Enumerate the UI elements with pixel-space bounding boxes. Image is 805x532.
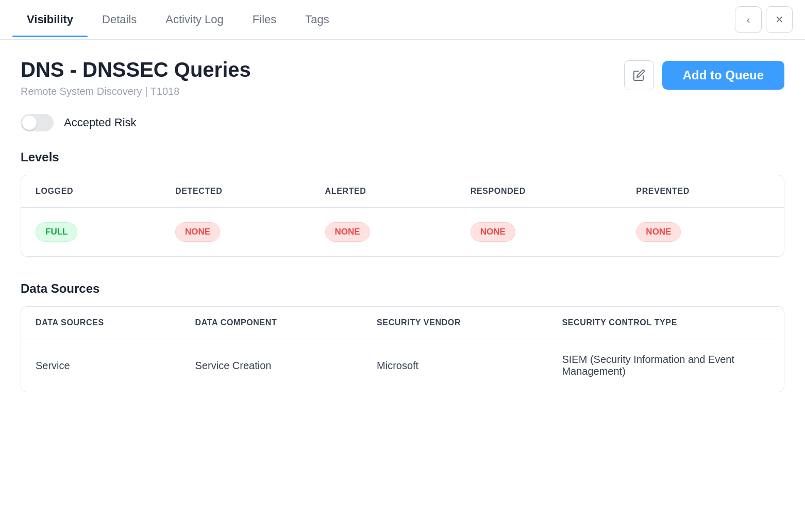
badge-none-responded: NONE bbox=[471, 222, 515, 242]
tab-bar-actions: ‹ ✕ bbox=[735, 0, 793, 39]
ds-col-security-vendor: SECURITY VENDOR bbox=[362, 307, 547, 339]
page-subtitle: Remote System Discovery | T1018 bbox=[21, 86, 251, 97]
tab-details[interactable]: Details bbox=[88, 3, 151, 37]
close-button[interactable]: ✕ bbox=[766, 6, 793, 33]
edit-button[interactable] bbox=[624, 60, 654, 90]
levels-section-title: Levels bbox=[21, 150, 784, 164]
data-sources-table-wrapper: DATA SOURCES DATA COMPONENT SECURITY VEN… bbox=[21, 306, 784, 392]
levels-cell-responded: NONE bbox=[456, 208, 622, 257]
levels-cell-prevented: NONE bbox=[622, 208, 784, 257]
table-row: Service Service Creation Microsoft SIEM … bbox=[21, 339, 784, 392]
tab-bar: Visibility Details Activity Log Files Ta… bbox=[0, 0, 805, 40]
levels-table-wrapper: LOGGED DETECTED ALERTED RESPONDED PREVEN… bbox=[21, 175, 784, 257]
badge-full: FULL bbox=[36, 222, 77, 242]
ds-cell-control-type: SIEM (Security Information and Event Man… bbox=[547, 339, 784, 392]
badge-none-detected: NONE bbox=[175, 222, 220, 242]
levels-row: FULL NONE NONE NONE NONE bbox=[21, 208, 784, 257]
tab-activity-log[interactable]: Activity Log bbox=[151, 3, 238, 37]
tab-tags[interactable]: Tags bbox=[291, 3, 343, 37]
levels-col-detected: DETECTED bbox=[161, 175, 311, 208]
main-content: DNS - DNSSEC Queries Remote System Disco… bbox=[0, 40, 805, 436]
levels-table: LOGGED DETECTED ALERTED RESPONDED PREVEN… bbox=[21, 175, 784, 256]
ds-cell-component: Service Creation bbox=[181, 339, 362, 392]
tab-files[interactable]: Files bbox=[238, 3, 291, 37]
tab-visibility[interactable]: Visibility bbox=[12, 3, 88, 37]
levels-cell-detected: NONE bbox=[161, 208, 311, 257]
data-sources-section-title: Data Sources bbox=[21, 281, 784, 296]
levels-cell-alerted: NONE bbox=[311, 208, 456, 257]
toggle-thumb bbox=[22, 115, 37, 130]
badge-none-prevented: NONE bbox=[636, 222, 681, 242]
header-row: DNS - DNSSEC Queries Remote System Disco… bbox=[21, 58, 784, 97]
accepted-risk-row: Accepted Risk bbox=[21, 114, 784, 131]
levels-col-alerted: ALERTED bbox=[311, 175, 456, 208]
ds-col-data-sources: DATA SOURCES bbox=[21, 307, 181, 339]
page-title: DNS - DNSSEC Queries bbox=[21, 58, 251, 81]
data-sources-table: DATA SOURCES DATA COMPONENT SECURITY VEN… bbox=[21, 307, 784, 392]
levels-col-prevented: PREVENTED bbox=[622, 175, 784, 208]
levels-col-responded: RESPONDED bbox=[456, 175, 622, 208]
edit-icon bbox=[633, 69, 645, 81]
ds-cell-source: Service bbox=[21, 339, 181, 392]
levels-cell-logged: FULL bbox=[21, 208, 161, 257]
header-actions: Add to Queue bbox=[624, 60, 784, 90]
back-button[interactable]: ‹ bbox=[735, 6, 762, 33]
ds-col-security-control-type: SECURITY CONTROL TYPE bbox=[547, 307, 784, 339]
title-block: DNS - DNSSEC Queries Remote System Disco… bbox=[21, 58, 251, 97]
accepted-risk-toggle[interactable] bbox=[21, 114, 54, 131]
add-to-queue-button[interactable]: Add to Queue bbox=[662, 61, 784, 90]
badge-none-alerted: NONE bbox=[325, 222, 370, 242]
accepted-risk-label: Accepted Risk bbox=[64, 116, 137, 129]
levels-col-logged: LOGGED bbox=[21, 175, 161, 208]
ds-col-data-component: DATA COMPONENT bbox=[181, 307, 362, 339]
ds-cell-vendor: Microsoft bbox=[362, 339, 547, 392]
